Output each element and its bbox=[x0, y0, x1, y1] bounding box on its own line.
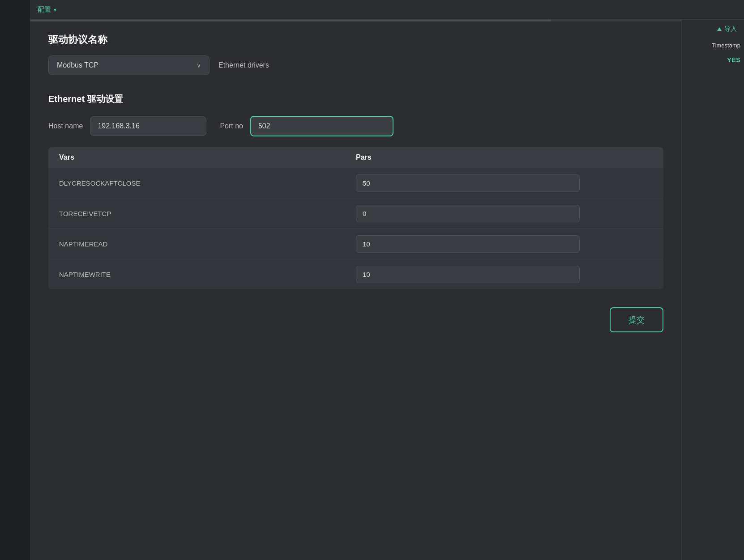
vars-table-header: Vars Pars bbox=[48, 147, 663, 168]
chevron-down-icon: ∨ bbox=[197, 62, 201, 69]
import-label: 导入 bbox=[724, 25, 737, 33]
col-header-vars: Vars bbox=[59, 153, 356, 161]
yes-badge: YES bbox=[727, 56, 740, 64]
host-label: Host name bbox=[48, 122, 83, 130]
col-header-pars: Pars bbox=[356, 153, 653, 161]
top-bar: 配置 ▾ bbox=[30, 0, 744, 20]
var-input-0[interactable] bbox=[356, 174, 580, 192]
submit-area: 提交 bbox=[48, 307, 663, 332]
upload-icon bbox=[717, 27, 722, 31]
table-row: DLYCRESOCKAFTCLOSE bbox=[48, 168, 663, 198]
var-name-2: NAPTIMEREAD bbox=[59, 240, 356, 248]
host-port-row: Host name Port no bbox=[48, 116, 663, 136]
var-input-1[interactable] bbox=[356, 205, 580, 222]
protocol-row: Modbus TCP ∨ Ethernet drivers bbox=[48, 55, 663, 75]
timestamp-label: Timestamp bbox=[712, 42, 740, 49]
host-input[interactable] bbox=[90, 116, 206, 136]
config-menu[interactable]: 配置 ▾ bbox=[38, 5, 56, 14]
table-row: NAPTIMEWRITE bbox=[48, 259, 663, 289]
submit-button[interactable]: 提交 bbox=[610, 307, 663, 332]
config-chevron: ▾ bbox=[54, 7, 56, 13]
table-row: TORECEIVETCP bbox=[48, 198, 663, 229]
sidebar-strip bbox=[0, 0, 30, 560]
driver-section-title: 驱动协议名称 bbox=[48, 33, 663, 47]
var-input-3[interactable] bbox=[356, 266, 580, 283]
var-input-2[interactable] bbox=[356, 235, 580, 253]
var-name-3: NAPTIMEWRITE bbox=[59, 271, 356, 278]
protocol-select-value: Modbus TCP bbox=[57, 61, 98, 69]
main-content: 驱动协议名称 Modbus TCP ∨ Ethernet drivers Eth… bbox=[30, 20, 681, 560]
host-field-group: Host name bbox=[48, 116, 206, 136]
port-field-group: Port no bbox=[220, 116, 393, 136]
config-label: 配置 bbox=[38, 5, 51, 14]
var-name-1: TORECEIVETCP bbox=[59, 210, 356, 217]
port-label: Port no bbox=[220, 122, 243, 130]
vars-rows-container: DLYCRESOCKAFTCLOSETORECEIVETCPNAPTIMEREA… bbox=[48, 168, 663, 289]
right-panel: 导入 Timestamp YES bbox=[681, 20, 744, 560]
protocol-select-dropdown[interactable]: Modbus TCP ∨ bbox=[48, 55, 210, 75]
vars-table: Vars Pars DLYCRESOCKAFTCLOSETORECEIVETCP… bbox=[48, 147, 663, 289]
protocol-type-label: Ethernet drivers bbox=[218, 61, 269, 69]
import-button[interactable]: 导入 bbox=[714, 23, 740, 35]
var-name-0: DLYCRESOCKAFTCLOSE bbox=[59, 179, 356, 187]
ethernet-section-title: Ethernet 驱动设置 bbox=[48, 93, 663, 105]
port-input[interactable] bbox=[250, 116, 393, 136]
table-row: NAPTIMEREAD bbox=[48, 229, 663, 259]
